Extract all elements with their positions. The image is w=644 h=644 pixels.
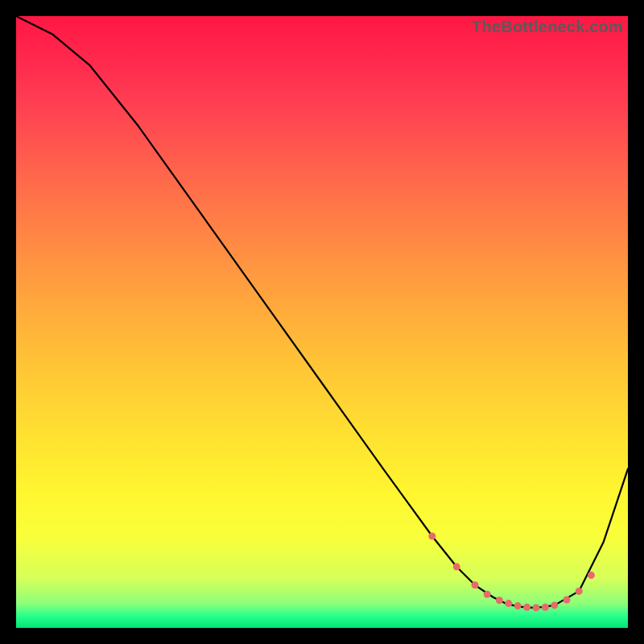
optimum-dot (564, 597, 571, 604)
bottleneck-curve (16, 16, 628, 628)
optimum-dot (551, 601, 558, 609)
optimum-dot (514, 602, 522, 609)
optimum-dot (453, 564, 460, 571)
optimum-dot (484, 591, 491, 598)
chart-frame: TheBottleneck.com (0, 0, 644, 644)
optimum-dot (576, 588, 583, 595)
optimum-dot (588, 572, 595, 579)
optimum-dots (428, 533, 595, 612)
optimum-dot (472, 581, 479, 588)
plot-area: TheBottleneck.com (16, 16, 628, 628)
optimum-dot (496, 597, 503, 604)
optimum-dot (523, 604, 530, 611)
optimum-dot (542, 604, 549, 611)
curve-path (16, 16, 628, 608)
optimum-dot (428, 533, 436, 540)
optimum-dot (533, 604, 540, 611)
optimum-dot (505, 600, 512, 607)
